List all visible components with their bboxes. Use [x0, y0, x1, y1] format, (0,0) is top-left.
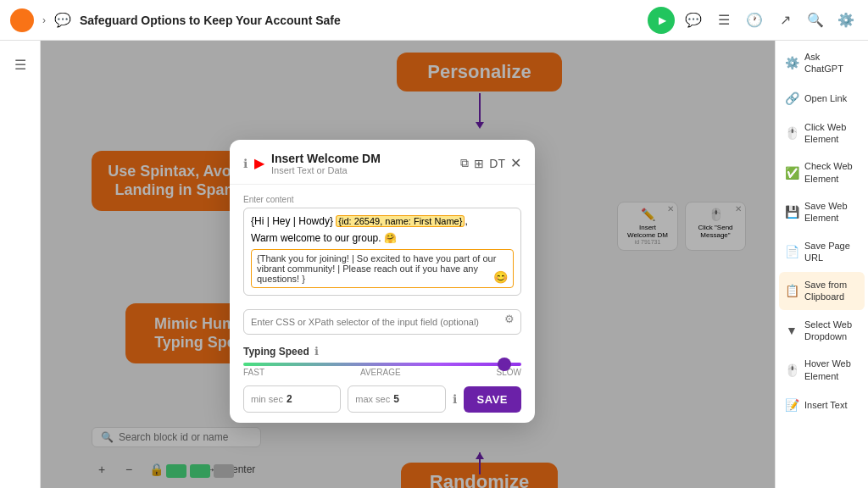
check-web-icon: ✅ — [784, 165, 799, 180]
slider-track — [243, 363, 521, 366]
sidebar-label-click-web: Click Web Element — [804, 121, 860, 146]
typing-speed-row: Typing Speed ℹ — [243, 345, 521, 358]
main-layout: ☰ Use Spintax, Avoid Landing in Spam Mim… — [0, 41, 868, 488]
sidebar-item-open-link[interactable]: 🔗 Open Link — [779, 84, 865, 113]
click-web-icon: 🖱️ — [784, 125, 799, 141]
search-icon[interactable]: 🔍 — [804, 8, 827, 32]
min-max-info-icon[interactable]: ℹ — [453, 392, 457, 406]
modal-close-button[interactable]: ✕ — [510, 155, 521, 171]
insert-text-icon: 📝 — [784, 397, 799, 413]
content-line2: Warm welcome to our group. 🤗 — [251, 232, 514, 244]
list-icon[interactable]: ☰ — [712, 8, 736, 32]
clipboard-icon: 📋 — [784, 283, 799, 298]
canvas-area: Use Spintax, Avoid Landing in Spam Mimic… — [41, 41, 775, 488]
comment-icon[interactable]: 💬 — [682, 8, 705, 32]
share-icon[interactable]: ↗ — [773, 8, 797, 32]
max-label: max sec — [355, 394, 390, 404]
settings-icon[interactable]: ⚙️ — [834, 8, 858, 32]
modal-subtitle: Insert Text or Data — [271, 165, 381, 175]
settings-gear-icon[interactable]: ⚙ — [504, 313, 515, 325]
sidebar-label-save-web: Save Web Element — [804, 200, 860, 225]
sidebar-item-chatgpt[interactable]: ⚙️ Ask ChatGPT — [779, 44, 865, 82]
nav-menu-icon[interactable]: ☰ — [7, 51, 34, 78]
sidebar-label-clipboard: Save from Clipboard — [804, 279, 860, 303]
sidebar-label-open-link: Open Link — [804, 92, 847, 104]
content-area[interactable]: {Hi | Hey | Howdy} {id: 26549, name: Fir… — [243, 208, 521, 296]
sidebar-item-save-clipboard[interactable]: 📋 Save from Clipboard — [779, 272, 865, 310]
min-max-row: min sec 2 max sec 5 ℹ SAVE — [243, 385, 521, 413]
chatgpt-icon: ⚙️ — [784, 55, 799, 70]
max-sec-box[interactable]: max sec 5 — [348, 385, 445, 413]
content-line1: {Hi | Hey | Howdy} {id: 26549, name: Fir… — [251, 215, 514, 227]
copy-icon[interactable]: ⧉ — [460, 156, 469, 170]
header-right-controls: 💬 ☰ 🕐 ↗ 🔍 ⚙️ — [648, 7, 858, 34]
sidebar-label-dropdown: Select Web Dropdown — [804, 319, 860, 343]
modal-header-icons: ⧉ ⊞ DT ✕ — [460, 155, 521, 171]
min-value: 2 — [287, 393, 292, 405]
typing-speed-info-icon[interactable]: ℹ — [314, 345, 319, 358]
slider-labels: FAST AVERAGE SLOW — [243, 368, 521, 377]
play-button[interactable] — [648, 7, 675, 34]
page-title: Safeguard Options to Keep Your Account S… — [80, 14, 639, 27]
min-sec-box[interactable]: min sec 2 — [243, 385, 341, 413]
right-sidebar: ⚙️ Ask ChatGPT 🔗 Open Link 🖱️ Click Web … — [775, 41, 868, 488]
sidebar-label-insert-text: Insert Text — [804, 399, 848, 411]
xpath-container: ⚙ — [243, 302, 521, 335]
left-nav: ☰ — [0, 41, 41, 488]
modal-overlay: ℹ ▶ Insert Welcome DM Insert Text or Dat… — [41, 41, 775, 488]
id-highlight: {id: 26549, name: First Name} — [336, 215, 465, 227]
insert-dm-modal: ℹ ▶ Insert Welcome DM Insert Text or Dat… — [230, 140, 535, 424]
slider-fast-label: FAST — [243, 368, 264, 377]
modal-header: ℹ ▶ Insert Welcome DM Insert Text or Dat… — [230, 140, 535, 186]
xpath-input[interactable] — [243, 309, 521, 335]
open-link-icon: 🔗 — [784, 91, 799, 106]
sidebar-item-click-web[interactable]: 🖱️ Click Web Element — [779, 114, 865, 152]
document-icon: 💬 — [54, 12, 71, 28]
sidebar-item-check-web[interactable]: ✅ Check Web Element — [779, 153, 865, 191]
sidebar-label-check-web: Check Web Element — [804, 160, 860, 185]
app-logo — [10, 8, 34, 32]
sidebar-label-save-url: Save Page URL — [804, 240, 860, 264]
translate-icon[interactable]: DT — [489, 157, 505, 170]
app-header: › 💬 Safeguard Options to Keep Your Accou… — [0, 0, 868, 41]
hover-icon: 🖱️ — [784, 363, 799, 378]
spintax-text: {Hi | Hey | Howdy} — [251, 215, 333, 227]
youtube-icon[interactable]: ▶ — [254, 155, 264, 171]
clone-icon[interactable]: ⊞ — [474, 157, 484, 170]
slider-average-label: AVERAGE — [360, 368, 401, 377]
sidebar-item-insert-text[interactable]: 📝 Insert Text — [779, 391, 865, 419]
history-icon[interactable]: 🕐 — [743, 8, 766, 32]
sidebar-item-save-web[interactable]: 💾 Save Web Element — [779, 193, 865, 231]
sidebar-label-chatgpt: Ask ChatGPT — [804, 51, 860, 75]
dropdown-icon: ▼ — [784, 323, 799, 338]
min-label: min sec — [251, 394, 283, 404]
slider-container[interactable]: FAST AVERAGE SLOW — [243, 363, 521, 377]
save-url-icon: 📄 — [784, 244, 799, 259]
modal-title-block: Insert Welcome DM Insert Text or Data — [271, 152, 381, 176]
sidebar-label-hover: Hover Web Element — [804, 358, 860, 382]
modal-body: Enter content {Hi | Hey | Howdy} {id: 26… — [230, 185, 535, 423]
max-value: 5 — [393, 393, 399, 405]
typing-speed-label: Typing Speed — [243, 346, 309, 358]
sidebar-item-dropdown[interactable]: ▼ Select Web Dropdown — [779, 312, 865, 350]
save-button[interactable]: SAVE — [464, 386, 521, 413]
sidebar-item-hover[interactable]: 🖱️ Hover Web Element — [779, 351, 865, 389]
save-web-icon: 💾 — [784, 204, 799, 219]
emoji-icon: 😊 — [493, 270, 508, 284]
content-label: Enter content — [243, 195, 521, 204]
spintax-box: {Thank you for joining! | So excited to … — [251, 249, 514, 288]
chevron-icon: › — [42, 14, 46, 26]
modal-info-icon[interactable]: ℹ — [243, 157, 248, 170]
modal-title: Insert Welcome DM — [271, 152, 381, 166]
sidebar-item-save-url[interactable]: 📄 Save Page URL — [779, 233, 865, 271]
